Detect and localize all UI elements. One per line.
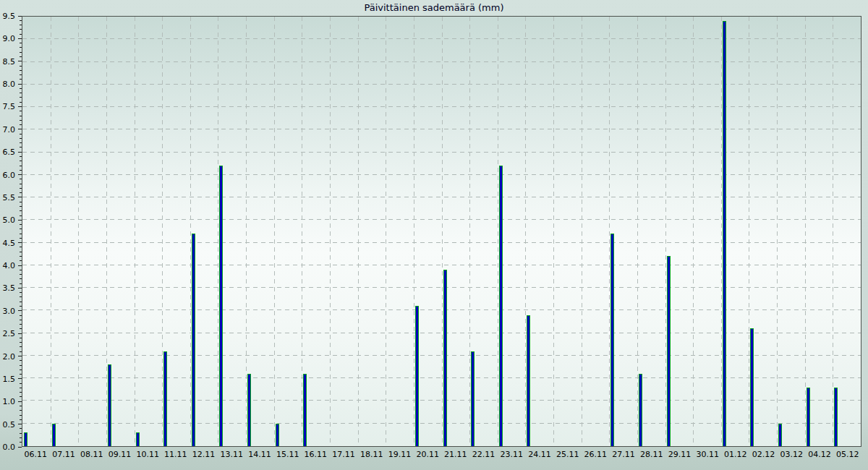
x-axis-tick-label: 07.11 xyxy=(52,450,75,459)
x-axis-tick-label: 04.12 xyxy=(808,450,831,459)
x-gridline xyxy=(414,17,414,446)
y-axis-tick-label: 9.0 xyxy=(3,35,16,43)
x-gridline xyxy=(805,17,806,446)
x-gridline xyxy=(609,17,610,446)
bar xyxy=(52,424,56,446)
bar xyxy=(834,388,838,446)
x-axis-tick-label: 06.11 xyxy=(25,450,48,459)
y-axis-tick-label: 8.0 xyxy=(3,80,16,88)
x-gridline xyxy=(469,17,470,446)
rainfall-chart: Päivittäinen sademäärä (mm) 0.00.51.01.5… xyxy=(0,0,868,470)
x-axis-tick-label: 30.11 xyxy=(696,450,719,459)
x-axis-tick-label: 15.11 xyxy=(276,450,299,459)
bar xyxy=(415,306,419,446)
x-axis-tick-label: 24.11 xyxy=(528,450,551,459)
bar xyxy=(807,388,810,446)
bar xyxy=(276,424,279,446)
x-axis-tick-label: 22.11 xyxy=(472,450,495,459)
y-axis-tick-label: 8.5 xyxy=(3,58,16,66)
x-gridline xyxy=(274,17,275,446)
x-gridline xyxy=(162,17,163,446)
x-gridline xyxy=(665,17,666,446)
x-gridline xyxy=(582,17,582,446)
y-axis-tick-label: 1.5 xyxy=(3,375,16,383)
x-axis-tick-label: 05.12 xyxy=(836,450,859,459)
x-axis-tick-label: 03.12 xyxy=(780,450,804,459)
y-axis-tick-label: 6.5 xyxy=(3,148,16,156)
y-axis-tick-label: 7.5 xyxy=(3,103,16,111)
x-gridline xyxy=(78,17,79,446)
y-axis-tick-label: 2.0 xyxy=(3,353,16,361)
bar xyxy=(247,374,251,446)
x-gridline xyxy=(777,17,778,446)
x-axis-tick-label: 23.11 xyxy=(501,450,524,459)
y-axis-tick-label: 4.0 xyxy=(3,262,16,270)
y-axis-tick-label: 1.0 xyxy=(3,398,16,406)
y-axis-tick-label: 4.5 xyxy=(3,239,16,247)
x-gridline xyxy=(553,17,554,446)
x-gridline xyxy=(358,17,359,446)
x-axis-tick-label: 16.11 xyxy=(305,450,328,459)
y-axis-tick-label: 0.0 xyxy=(3,443,16,451)
y-axis-tick-label: 7.0 xyxy=(3,126,16,134)
bar xyxy=(778,424,782,446)
bar xyxy=(499,166,503,446)
x-gridline xyxy=(833,17,833,446)
x-gridline xyxy=(302,17,302,446)
x-gridline xyxy=(525,17,526,446)
x-axis-tick-label: 18.11 xyxy=(360,450,383,459)
x-axis-tick-label: 27.11 xyxy=(612,450,635,459)
bar xyxy=(527,315,530,446)
x-axis-tick-label: 19.11 xyxy=(388,450,412,459)
bar xyxy=(610,234,614,446)
x-axis-tick-label: 01.12 xyxy=(724,450,747,459)
y-axis-tick-label: 2.5 xyxy=(3,330,16,338)
x-gridline xyxy=(246,17,247,446)
x-gridline xyxy=(637,17,638,446)
x-axis-tick-label: 02.12 xyxy=(752,450,775,459)
x-axis-tick-label: 25.11 xyxy=(556,450,579,459)
bar xyxy=(192,234,195,446)
x-gridline xyxy=(190,17,191,446)
x-axis-tick-label: 11.11 xyxy=(164,450,187,459)
x-gridline xyxy=(721,17,722,446)
y-axis-tick-label: 9.5 xyxy=(3,12,16,20)
y-axis-tick-label: 3.0 xyxy=(3,307,16,315)
x-axis-tick-label: 12.11 xyxy=(192,450,216,459)
y-axis-tick-label: 0.5 xyxy=(3,421,16,429)
bar xyxy=(136,432,140,446)
x-axis-tick-label: 13.11 xyxy=(221,450,244,459)
x-axis-tick-label: 21.11 xyxy=(444,450,467,459)
bar xyxy=(471,351,475,446)
bar xyxy=(108,364,111,446)
y-axis-tick-label: 5.5 xyxy=(3,194,16,202)
y-axis-tick-label: 5.0 xyxy=(3,216,16,224)
bar xyxy=(723,21,726,446)
x-gridline xyxy=(498,17,498,446)
x-axis: 06.1107.1108.1109.1110.1111.1112.1113.11… xyxy=(22,450,861,463)
y-axis-tick-label: 3.5 xyxy=(3,284,16,292)
x-axis-tick-label: 26.11 xyxy=(584,450,608,459)
y-axis-tick-label: 6.0 xyxy=(3,171,16,179)
chart-title: Päivittäinen sademäärä (mm) xyxy=(0,2,868,13)
bar xyxy=(303,374,307,446)
x-gridline xyxy=(442,17,443,446)
bar xyxy=(24,432,27,446)
x-gridline xyxy=(51,17,51,446)
x-gridline xyxy=(330,17,331,446)
x-gridline xyxy=(386,17,386,446)
plot-area xyxy=(22,16,861,447)
x-gridline xyxy=(218,17,218,446)
x-gridline xyxy=(693,17,694,446)
x-axis-tick-label: 10.11 xyxy=(136,450,159,459)
x-axis-tick-label: 14.11 xyxy=(248,450,271,459)
x-axis-tick-label: 28.11 xyxy=(640,450,663,459)
bar xyxy=(443,270,447,446)
bar xyxy=(219,166,223,446)
x-axis-tick-label: 17.11 xyxy=(332,450,355,459)
bar xyxy=(667,256,671,446)
x-gridline xyxy=(749,17,749,446)
x-gridline xyxy=(135,17,135,446)
bar xyxy=(163,351,167,446)
x-axis-tick-label: 09.11 xyxy=(109,450,132,459)
